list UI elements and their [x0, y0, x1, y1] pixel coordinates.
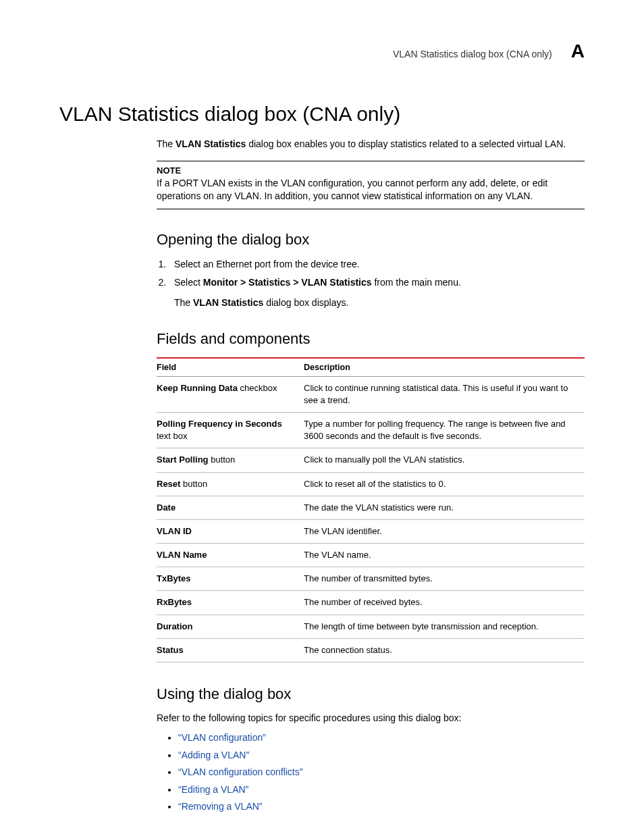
intro-prefix: The [157, 138, 176, 149]
running-header: VLAN Statistics dialog box (CNA only) A [59, 41, 585, 62]
field-name-cell: Polling Frequency in Seconds text box [157, 412, 304, 448]
topic-link[interactable]: “Adding a VLAN” [178, 750, 249, 760]
opening-heading: Opening the dialog box [157, 231, 585, 249]
fields-table: Field Description Keep Running Data chec… [157, 357, 585, 662]
field-name-bold: VLAN Name [157, 550, 207, 560]
field-name-plain: checkbox [238, 383, 277, 393]
step-2-prefix: Select [174, 277, 203, 288]
step-2: Select Monitor > Statistics > VLAN Stati… [169, 276, 585, 309]
field-name-cell: RxBytes [157, 591, 304, 615]
opening-steps: Select an Ethernet port from the device … [157, 258, 585, 310]
field-desc-cell: Type a number for polling frequency. The… [304, 412, 585, 448]
list-item: “Removing a VLAN” [178, 800, 585, 814]
field-name-bold: Date [157, 502, 176, 513]
topic-link[interactable]: “VLAN configuration” [178, 732, 266, 743]
note-block: NOTE If a PORT VLAN exists in the VLAN c… [157, 161, 585, 209]
field-name-cell: Status [157, 638, 304, 662]
table-row: DateThe date the VLAN statistics were ru… [157, 496, 585, 519]
table-row: Polling Frequency in Seconds text boxTyp… [157, 412, 585, 448]
field-name-cell: Start Polling button [157, 448, 304, 472]
step-2-sub-bold: VLAN Statistics [193, 297, 263, 308]
table-row: Reset buttonClick to reset all of the st… [157, 472, 585, 496]
field-name-cell: Duration [157, 615, 304, 638]
field-name-bold: Keep Running Data [157, 383, 238, 393]
field-name-plain: button [209, 454, 236, 465]
field-name-cell: Reset button [157, 472, 304, 496]
step-1: Select an Ethernet port from the device … [169, 258, 585, 271]
intro-paragraph: The VLAN Statistics dialog box enables y… [157, 138, 585, 151]
topic-link[interactable]: “VLAN configuration conflicts” [178, 766, 302, 777]
field-desc-cell: The connection status. [304, 638, 585, 662]
list-item: “VLAN configuration” [178, 731, 585, 745]
step-2-bold: Monitor > Statistics > VLAN Statistics [203, 277, 372, 288]
page-title: VLAN Statistics dialog box (CNA only) [59, 103, 585, 126]
field-name-bold: Polling Frequency in Seconds [157, 419, 282, 429]
list-item: “VLAN configuration conflicts” [178, 766, 585, 779]
table-row: VLAN NameThe VLAN name. [157, 544, 585, 567]
step-1-text: Select an Ethernet port from the device … [174, 259, 360, 269]
field-name-bold: Start Polling [157, 454, 209, 465]
field-name-bold: TxBytes [157, 573, 191, 583]
field-name-plain: button [180, 479, 207, 489]
field-desc-cell: The VLAN identifier. [304, 519, 585, 543]
table-row: Start Polling buttonClick to manually po… [157, 448, 585, 472]
table-row: VLAN IDThe VLAN identifier. [157, 519, 585, 543]
table-row: DurationThe length of time between byte … [157, 615, 585, 638]
table-header-row: Field Description [157, 358, 585, 377]
intro-bold: VLAN Statistics [176, 138, 246, 149]
using-heading: Using the dialog box [157, 685, 585, 703]
field-name-plain: text box [157, 431, 188, 441]
using-links-list: “VLAN configuration”“Adding a VLAN”“VLAN… [157, 731, 585, 814]
appendix-letter: A [571, 41, 585, 62]
note-label: NOTE [157, 165, 585, 176]
table-row: Keep Running Data checkboxClick to conti… [157, 376, 585, 412]
field-name-bold: Duration [157, 621, 192, 631]
field-name-cell: Date [157, 496, 304, 519]
field-name-bold: VLAN ID [157, 526, 192, 536]
running-title: VLAN Statistics dialog box (CNA only) [393, 49, 552, 59]
page: VLAN Statistics dialog box (CNA only) A … [0, 0, 644, 834]
field-desc-cell: Click to reset all of the statistics to … [304, 472, 585, 496]
list-item: “Editing a VLAN” [178, 783, 585, 797]
col-field: Field [157, 358, 304, 377]
step-2-sub: The VLAN Statistics dialog box displays. [174, 296, 585, 310]
field-name-cell: Keep Running Data checkbox [157, 376, 304, 412]
field-desc-cell: The length of time between byte transmis… [304, 615, 585, 638]
field-desc-cell: The VLAN name. [304, 544, 585, 567]
field-name-bold: Reset [157, 479, 180, 489]
col-description: Description [304, 358, 585, 377]
step-2-suffix: from the main menu. [372, 277, 461, 288]
field-name-cell: VLAN ID [157, 519, 304, 543]
field-desc-cell: Click to manually poll the VLAN statisti… [304, 448, 585, 472]
intro-suffix: dialog box enables you to display statis… [246, 138, 566, 149]
field-name-cell: VLAN Name [157, 544, 304, 567]
field-name-bold: Status [157, 645, 184, 655]
step-2-sub-prefix: The [174, 297, 193, 308]
field-desc-cell: The number of transmitted bytes. [304, 567, 585, 591]
field-desc-cell: The date the VLAN statistics were run. [304, 496, 585, 519]
field-desc-cell: Click to continue running statistical da… [304, 376, 585, 412]
table-row: TxBytesThe number of transmitted bytes. [157, 567, 585, 591]
topic-link[interactable]: “Removing a VLAN” [178, 801, 263, 812]
step-2-sub-suffix: dialog box displays. [263, 297, 348, 308]
note-body: If a PORT VLAN exists in the VLAN config… [157, 177, 585, 203]
table-row: StatusThe connection status. [157, 638, 585, 662]
list-item: “Adding a VLAN” [178, 749, 585, 762]
body-content: The VLAN Statistics dialog box enables y… [157, 138, 585, 814]
field-name-cell: TxBytes [157, 567, 304, 591]
fields-heading: Fields and components [157, 330, 585, 348]
field-name-bold: RxBytes [157, 597, 192, 607]
table-row: RxBytesThe number of received bytes. [157, 591, 585, 615]
field-desc-cell: The number of received bytes. [304, 591, 585, 615]
topic-link[interactable]: “Editing a VLAN” [178, 784, 248, 795]
using-intro: Refer to the following topics for specif… [157, 712, 585, 723]
